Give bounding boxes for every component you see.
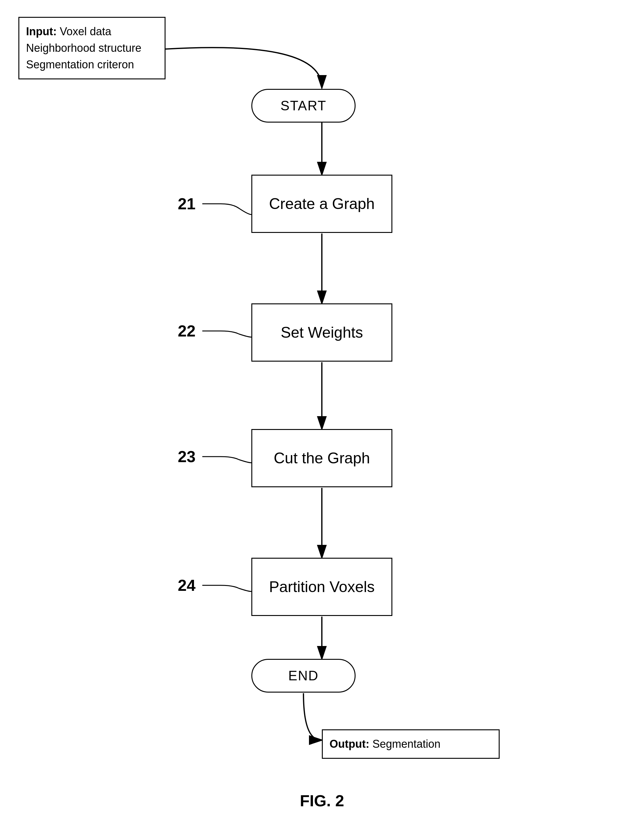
create-graph-text: Create a Graph bbox=[269, 195, 375, 213]
input-line2: Neighborhood structure bbox=[26, 42, 141, 54]
output-value: Segmentation bbox=[373, 738, 440, 750]
input-label: Input: bbox=[26, 25, 57, 38]
arrows-svg bbox=[0, 0, 644, 836]
output-label: Output: bbox=[330, 738, 369, 750]
end-label: END bbox=[288, 668, 319, 683]
box-cut-graph: Cut the Graph bbox=[251, 429, 392, 487]
input-line3: Segmentation criteron bbox=[26, 58, 134, 71]
diagram-container: Input: Voxel data Neighborhood structure… bbox=[0, 0, 644, 836]
step-label-24: 24 bbox=[178, 576, 196, 594]
end-oval: END bbox=[251, 659, 356, 692]
input-box: Input: Voxel data Neighborhood structure… bbox=[18, 17, 165, 79]
start-oval: START bbox=[251, 89, 356, 122]
partition-voxels-text: Partition Voxels bbox=[269, 578, 375, 596]
fig-caption: FIG. 2 bbox=[300, 792, 344, 810]
cut-graph-text: Cut the Graph bbox=[274, 449, 370, 467]
set-weights-text: Set Weights bbox=[281, 323, 363, 341]
start-label: START bbox=[281, 98, 327, 113]
box-partition-voxels: Partition Voxels bbox=[251, 558, 392, 616]
box-set-weights: Set Weights bbox=[251, 304, 392, 362]
step-label-22: 22 bbox=[178, 322, 196, 340]
step-label-21: 21 bbox=[178, 194, 196, 213]
input-line1: Voxel data bbox=[60, 25, 111, 38]
output-box: Output: Segmentation bbox=[322, 729, 500, 759]
step-label-23: 23 bbox=[178, 447, 196, 466]
box-create-graph: Create a Graph bbox=[251, 175, 392, 233]
